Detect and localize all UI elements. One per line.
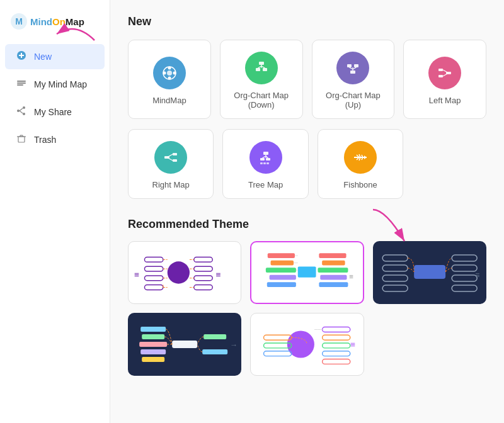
orgdown-label: Org-Chart Map (Down) (227, 91, 296, 110)
svg-line-41 (443, 73, 449, 76)
svg-point-23 (168, 76, 171, 79)
theme-card-3[interactable]: ≡ (373, 241, 486, 304)
svg-marker-63 (364, 155, 367, 159)
rightmap-circle (154, 141, 187, 174)
svg-rect-33 (350, 70, 355, 74)
svg-rect-84 (318, 268, 348, 273)
svg-line-11 (20, 108, 23, 111)
svg-rect-116 (323, 359, 350, 364)
recommended-theme-title: Recommended Theme (128, 218, 486, 231)
logo-icon: M (10, 13, 28, 30)
svg-rect-106 (140, 349, 166, 354)
svg-rect-13 (18, 137, 25, 142)
svg-rect-108 (203, 334, 226, 339)
svg-rect-32 (354, 64, 358, 67)
mindmap-label: MindMap (152, 96, 186, 105)
plus-icon (15, 50, 28, 63)
map-type-grid-row2: Right Map Tree Map Fishbone (128, 129, 403, 199)
theme-card-1[interactable]: ≡ ≡ (128, 241, 241, 304)
svg-rect-104 (142, 334, 164, 339)
svg-rect-38 (438, 75, 443, 77)
svg-rect-48 (260, 158, 265, 161)
svg-rect-76 (268, 253, 295, 258)
theme-section: ≡ ≡ (128, 241, 486, 376)
map-card-orgup[interactable]: Org-Chart Map (Up) (312, 40, 395, 119)
svg-rect-49 (266, 158, 270, 161)
orgup-circle (336, 52, 369, 84)
theme-card-5[interactable]: ≡ (250, 313, 364, 376)
sidebar-trash-label: Trash (34, 135, 56, 145)
svg-point-21 (168, 66, 171, 69)
svg-line-12 (20, 111, 23, 113)
map-card-rightmap[interactable]: Right Map (128, 129, 214, 199)
share-icon (15, 106, 28, 118)
svg-line-40 (443, 70, 449, 73)
svg-rect-107 (142, 357, 164, 362)
map-card-mindmap[interactable]: MindMap (128, 40, 211, 119)
map-type-grid-row1: MindMap Org-Chart Map (Down) Org-Chart M… (128, 40, 486, 119)
map-card-leftmap[interactable]: Left Map (403, 40, 486, 119)
svg-line-46 (167, 157, 173, 161)
svg-rect-109 (202, 349, 227, 354)
svg-point-9 (23, 113, 25, 115)
map-card-fishbone[interactable]: Fishbone (318, 129, 403, 199)
svg-rect-91 (382, 255, 408, 261)
svg-rect-53 (260, 162, 263, 164)
svg-text:≡: ≡ (134, 270, 139, 279)
orgup-label: Org-Chart Map (Up) (319, 91, 388, 110)
sidebar-item-new[interactable]: New (5, 44, 105, 69)
svg-rect-98 (452, 275, 477, 281)
sidebar-item-trash[interactable]: Trash (5, 127, 105, 152)
sidebar-item-myshare[interactable]: My Share (5, 99, 105, 125)
svg-text:≡: ≡ (475, 271, 479, 279)
theme-preview-3: ≡ (373, 241, 486, 304)
sidebar-new-label: New (34, 52, 52, 62)
map-card-orgdown[interactable]: Org-Chart Map (Down) (220, 40, 303, 119)
svg-rect-92 (382, 265, 408, 271)
svg-rect-105 (139, 342, 167, 347)
svg-text:≡: ≡ (350, 273, 354, 280)
svg-rect-65 (194, 257, 212, 262)
svg-rect-115 (323, 351, 350, 356)
new-section-title: New (128, 15, 486, 28)
map-card-treemap[interactable]: Tree Map (222, 129, 308, 199)
svg-rect-6 (17, 82, 26, 84)
theme-preview-5: ≡ (251, 313, 363, 375)
svg-rect-85 (321, 275, 347, 280)
theme-card-2[interactable]: ≡ (250, 241, 364, 304)
rightmap-label: Right Map (152, 180, 190, 189)
theme-preview-4: → (128, 313, 241, 376)
svg-rect-93 (382, 275, 408, 281)
sidebar: M MindOnMap New My Mind Map My Share Tra… (0, 0, 110, 423)
svg-rect-102 (172, 341, 197, 348)
svg-rect-80 (267, 282, 296, 287)
svg-rect-66 (194, 266, 212, 271)
leftmap-circle (428, 57, 461, 89)
svg-rect-117 (264, 335, 292, 340)
svg-line-30 (261, 66, 265, 68)
sidebar-mymindmap-label: My Mind Map (34, 79, 87, 89)
main-content: New MindMap Org-Chart Map (Down) Org-Cha… (110, 0, 504, 423)
logo-text: MindOnMap (30, 16, 84, 27)
svg-rect-5 (17, 81, 26, 82)
svg-rect-26 (256, 68, 260, 71)
svg-rect-67 (194, 276, 212, 281)
svg-rect-69 (144, 257, 163, 262)
theme-preview-2: ≡ (251, 242, 362, 303)
svg-rect-112 (323, 327, 350, 332)
svg-rect-47 (263, 152, 268, 155)
svg-rect-70 (144, 266, 163, 271)
svg-text:≡: ≡ (215, 270, 220, 279)
svg-rect-97 (452, 265, 477, 271)
theme-card-4[interactable]: → (128, 313, 241, 376)
svg-point-20 (167, 70, 172, 76)
svg-point-22 (173, 71, 176, 74)
svg-point-8 (23, 106, 25, 109)
svg-rect-114 (323, 343, 350, 348)
orgdown-circle (245, 52, 278, 84)
svg-line-51 (262, 156, 266, 158)
sidebar-item-mymindmap[interactable]: My Mind Map (5, 72, 105, 97)
trash-icon (15, 133, 28, 146)
svg-rect-99 (452, 285, 477, 291)
treemap-label: Tree Map (248, 180, 283, 189)
